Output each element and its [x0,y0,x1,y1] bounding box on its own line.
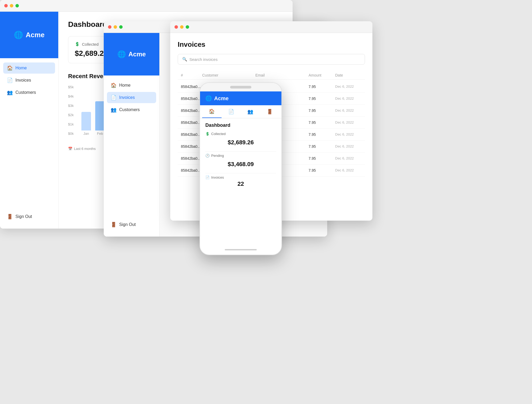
phone-content: Dashboard 💲 Collected $2,689.26 🕐 Pendin… [200,118,281,192]
logo-1: 🌐 Acme [0,12,58,58]
phone-invoices-icon: 📄 [228,109,234,115]
minimize-button-3[interactable] [180,25,184,29]
invoices-label-2: Invoices [119,95,135,100]
maximize-button-2[interactable] [119,25,123,29]
signout-icon-1: 🚪 [7,214,13,220]
phone-nav-home[interactable]: 🏠 [202,105,222,118]
divider-1 [205,151,276,152]
phone-invoices-label: Invoices [211,175,224,179]
chart-bar-feb: Feb [95,101,105,136]
home-label-2: Home [119,83,131,88]
sidebar-nav-1: 🏠 Home 📄 Invoices 👥 Customers [0,58,58,207]
phone-home-icon: 🏠 [209,108,215,114]
home-icon-1: 🏠 [7,65,13,71]
signout-label-1: Sign Out [15,214,32,219]
col-date: Date [335,73,362,77]
phone-customers-icon: 👥 [247,109,253,115]
phone-globe-icon: 🌐 [205,95,212,102]
phone-collected-stat: 💲 Collected $2,689.26 [205,132,276,148]
phone-notch-bar [200,83,281,91]
sidebar-bottom-1: 🚪 Sign Out [0,207,58,229]
logo-text-2: Acme [128,50,146,58]
close-button[interactable] [4,4,8,7]
logo-2: 🌐 Acme [104,33,159,75]
sidebar-item-home-1[interactable]: 🏠 Home [3,62,55,74]
phone-home-indicator [225,249,257,250]
invoices-page-title: Invoices [178,40,365,49]
phone-collected-label: Collected [211,132,226,136]
phone-signout-icon: 🚪 [267,109,273,115]
phone-nav-signout[interactable]: 🚪 [260,105,280,118]
phone-logo: 🌐 Acme [200,91,281,105]
col-hash: # [181,73,202,77]
sidebar-item-home-2[interactable]: 🏠 Home [107,80,156,91]
invoices-label-1: Invoices [15,78,31,83]
phone-pending-stat: 🕐 Pending $3,468.09 [205,154,276,170]
phone-pending-value: $3,468.09 [205,159,276,170]
signout-label-2: Sign Out [119,222,136,227]
customers-icon-2: 👥 [111,107,117,113]
home-icon-2: 🏠 [111,82,117,88]
sidebar-bottom-2: 🚪 Sign Out [104,215,159,237]
search-bar[interactable]: 🔍 Search invoices [178,54,365,65]
search-placeholder: Search invoices [189,57,218,62]
minimize-button[interactable] [10,4,13,7]
sidebar-item-invoices-2[interactable]: 📄 Invoices [107,92,156,103]
chart-y-labels: $5k $4k $3k $2k $1k $0k [68,85,74,136]
phone-pending-label: Pending [211,154,224,158]
maximize-button-3[interactable] [186,25,189,29]
close-button-2[interactable] [108,25,111,29]
sidebar-item-customers-2[interactable]: 👥 Customers [107,104,156,115]
bar-feb [95,101,105,131]
signout-icon-2: 🚪 [111,222,117,228]
bar-jan [81,112,91,131]
titlebar-3 [170,21,372,33]
logo-text-1: Acme [26,31,45,39]
search-icon: 🔍 [182,57,187,62]
calendar-icon: 📅 [68,147,72,151]
phone-collected-value: $2,689.26 [205,137,276,148]
signout-button-1[interactable]: 🚪 Sign Out [3,211,55,222]
globe-icon: 🌐 [14,31,23,39]
maximize-button[interactable] [15,4,19,7]
phone-nav-invoices[interactable]: 📄 [222,105,241,118]
sidebar-item-invoices-1[interactable]: 📄 Invoices [3,75,55,86]
phone-document-icon: 📄 [205,175,210,179]
customers-icon-1: 👥 [7,90,13,95]
sidebar-item-customers-1[interactable]: 👥 Customers [3,87,55,98]
minimize-button-2[interactable] [114,25,117,29]
dollar-icon: 💲 [75,42,80,47]
phone-logo-text: Acme [214,95,228,102]
close-button-3[interactable] [174,25,178,29]
invoices-icon-1: 📄 [7,77,13,83]
invoices-icon-2: 📄 [111,95,117,100]
customers-label-1: Customers [15,90,36,95]
phone-invoices-section: 📄 Invoices [205,175,276,179]
sidebar-nav-2: 🏠 Home 📄 Invoices 👥 Customers [104,75,159,215]
col-email: Email [255,73,309,77]
phone-clock-icon: 🕐 [205,154,210,158]
customers-label-2: Customers [119,107,140,112]
mobile-phone: 🌐 Acme 🏠 📄 👥 🚪 Dashboard 💲 Collected $2,… [200,82,282,255]
phone-nav: 🏠 📄 👥 🚪 [200,105,281,118]
phone-nav-customers[interactable]: 👥 [241,105,260,118]
phone-dollar-icon: 💲 [205,132,210,136]
col-customer: Customer [202,73,255,77]
titlebar-1 [0,0,293,12]
phone-notch [230,86,251,89]
phone-invoices-count: 22 [205,180,276,187]
signout-button-2[interactable]: 🚪 Sign Out [107,219,156,230]
phone-dashboard-title: Dashboard [205,123,276,128]
divider-2 [205,173,276,173]
home-label-1: Home [15,66,27,70]
globe-icon-2: 🌐 [117,50,126,58]
chart-bar-jan: Jan [81,112,91,136]
sidebar-1: 🌐 Acme 🏠 Home 📄 Invoices 👥 Customers [0,12,59,229]
col-amount: Amount [309,73,335,77]
table-header: # Customer Email Amount Date [178,71,365,80]
sidebar-2: 🌐 Acme 🏠 Home 📄 Invoices 👥 Customers [104,33,160,237]
